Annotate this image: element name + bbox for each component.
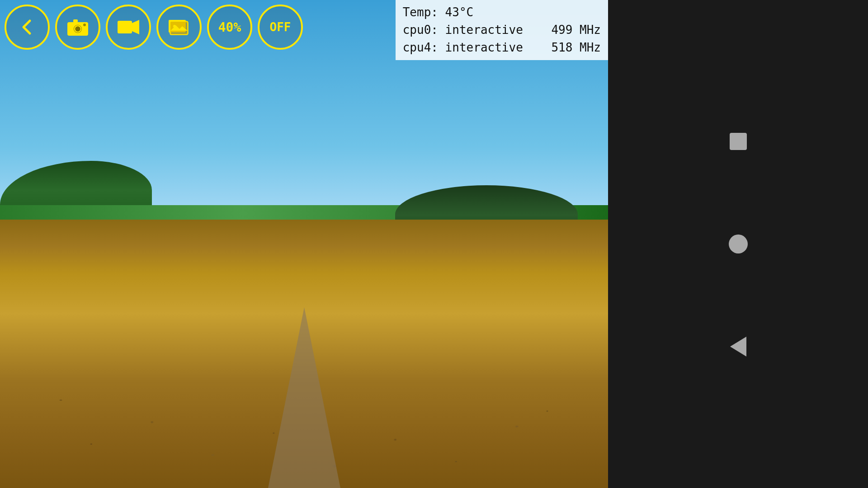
toolbar: 40% OFF (5, 5, 303, 50)
stop-icon (730, 133, 747, 150)
cpu0-governor: interactive (445, 23, 523, 37)
cpu0-label: cpu0: (403, 23, 438, 37)
temp-label: Temp: (403, 5, 438, 19)
road-path (268, 307, 340, 488)
brightness-button[interactable]: 40% (207, 5, 252, 50)
background-scene (0, 0, 608, 488)
cpu4-label: cpu4: (403, 41, 438, 54)
svg-point-12 (173, 25, 176, 28)
gallery-button[interactable] (156, 5, 202, 50)
nav-stop-button[interactable] (725, 128, 752, 155)
stats-overlay: Temp: 43°C cpu0: interactive 499 MHz cpu… (396, 0, 608, 60)
temp-value: 43°C (445, 5, 474, 19)
svg-rect-10 (170, 22, 188, 34)
svg-point-4 (83, 23, 86, 26)
power-button[interactable]: OFF (258, 5, 303, 50)
home-icon (729, 235, 748, 253)
svg-rect-5 (118, 21, 132, 33)
svg-rect-3 (73, 19, 78, 23)
nav-back-button[interactable] (725, 333, 752, 360)
brightness-value: 40% (218, 20, 241, 35)
nav-home-button[interactable] (725, 230, 752, 258)
svg-marker-6 (132, 20, 139, 34)
temp-row: Temp: 43°C (403, 4, 601, 21)
power-label: OFF (270, 20, 291, 34)
camera-view: 40% OFF Temp: 43°C cpu0: interactive 499… (0, 0, 608, 488)
cpu0-row: cpu0: interactive 499 MHz (403, 21, 601, 39)
camera-button[interactable] (55, 5, 100, 50)
nav-sidebar (608, 0, 868, 488)
video-button[interactable] (106, 5, 151, 50)
back-icon (730, 337, 746, 357)
cpu4-row: cpu4: interactive 518 MHz (403, 39, 601, 56)
cpu4-freq: 518 MHz (551, 41, 601, 54)
back-button[interactable] (5, 5, 50, 50)
cpu0-freq: 499 MHz (551, 23, 601, 37)
cpu4-governor: interactive (445, 41, 523, 54)
